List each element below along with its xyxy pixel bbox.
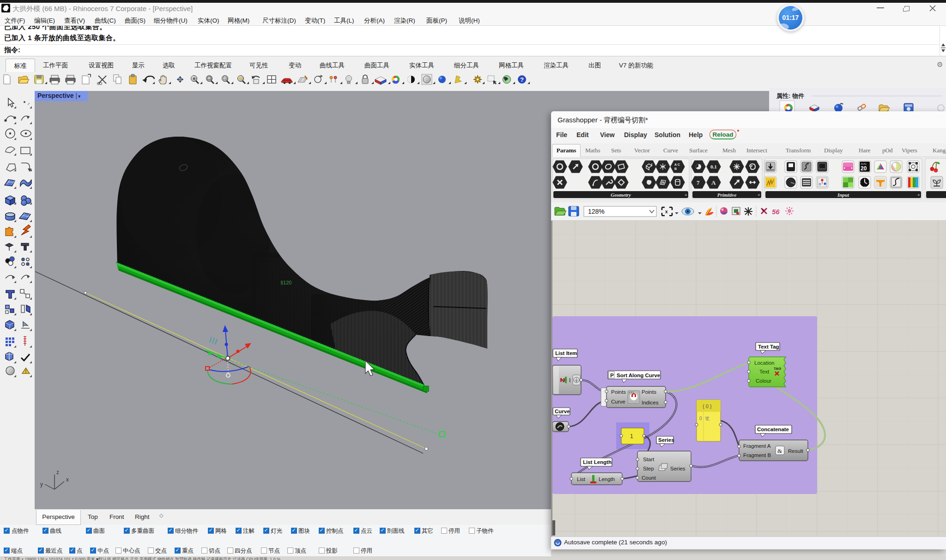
svg-text:Primitive: Primitive <box>717 192 737 198</box>
svg-text:I: I <box>569 377 570 384</box>
svg-text:Series: Series <box>670 466 685 471</box>
svg-text:y: y <box>40 481 43 488</box>
svg-text:&: & <box>777 447 782 454</box>
svg-text:7: 7 <box>807 163 809 166</box>
svg-text:+: + <box>758 193 760 198</box>
svg-text:§120: §120 <box>280 280 291 285</box>
svg-text:{ 0 }: { 0 } <box>703 403 712 409</box>
svg-text:x: x <box>665 209 668 214</box>
svg-text:Count: Count <box>642 475 656 481</box>
svg-text:Sort Along Curve: Sort Along Curve <box>617 373 660 378</box>
svg-text:Colour: Colour <box>756 378 771 384</box>
svg-text:+: + <box>685 193 687 198</box>
svg-text:x: x <box>66 476 69 483</box>
svg-text:Start: Start <box>643 457 655 462</box>
svg-text:7: 7 <box>697 179 700 186</box>
svg-text:Points: Points <box>611 389 626 395</box>
svg-text:TAG: TAG <box>774 367 781 371</box>
svg-text:20: 20 <box>861 165 867 172</box>
svg-text:Result: Result <box>788 448 803 454</box>
svg-text:List: List <box>577 476 586 482</box>
svg-text:1 2 3: 1 2 3 <box>629 391 634 394</box>
svg-text:Indices: Indices <box>642 400 659 405</box>
svg-text:Fragment A: Fragment A <box>743 443 771 449</box>
svg-text:Text: Text <box>759 369 770 374</box>
svg-text:Length: Length <box>599 476 615 482</box>
svg-text:Fragment B: Fragment B <box>743 452 771 458</box>
svg-text:Input: Input <box>837 192 849 198</box>
svg-text:Step: Step <box>643 466 654 471</box>
svg-text:+: + <box>917 193 920 198</box>
svg-text:Concatenate: Concatenate <box>757 427 789 432</box>
svg-text:56: 56 <box>772 208 780 216</box>
svg-text:Text Tag: Text Tag <box>758 344 779 349</box>
svg-text:?: ? <box>520 76 524 83</box>
svg-text:P: P <box>610 373 614 378</box>
svg-text:128%: 128% <box>588 208 605 215</box>
svg-text:笔: 笔 <box>705 416 710 421</box>
svg-text:Curve: Curve <box>555 409 570 414</box>
svg-text:Geometry: Geometry <box>611 192 631 198</box>
svg-text:Series: Series <box>658 437 674 443</box>
svg-text:属性: 物件: 属性: 物件 <box>776 92 804 99</box>
svg-text:+: + <box>193 76 195 81</box>
svg-text:0: 0 <box>699 416 702 421</box>
svg-text:A: A <box>711 179 716 186</box>
svg-text:Location: Location <box>754 360 774 366</box>
svg-text:1: 1 <box>630 433 633 440</box>
svg-text:List Length: List Length <box>583 459 612 465</box>
svg-text:A C: A C <box>674 163 680 166</box>
svg-text:B: B <box>674 167 677 170</box>
svg-text:List Item: List Item <box>555 350 577 356</box>
svg-text:0.1: 0.1 <box>710 164 717 169</box>
svg-text:Curve: Curve <box>611 399 625 404</box>
svg-text:z: z <box>56 469 59 476</box>
svg-text:Points: Points <box>642 389 656 395</box>
